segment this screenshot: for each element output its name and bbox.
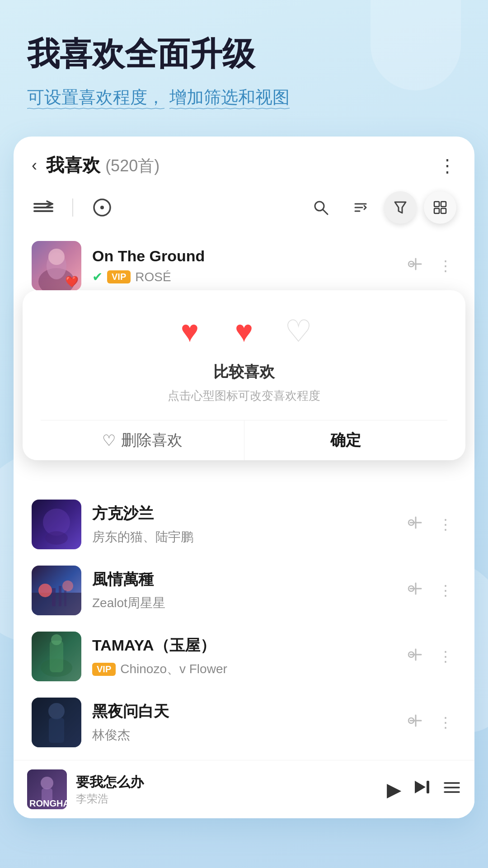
song-count: (520首) [105, 156, 160, 175]
song-artist: 林俊杰 [92, 726, 391, 744]
svg-point-39 [48, 703, 65, 719]
svg-point-28 [62, 580, 73, 591]
vip-badge: VIP [107, 270, 131, 283]
song-more-button[interactable]: ⋮ [435, 710, 456, 735]
heart-empty-3: ♡ [285, 313, 312, 349]
song-actions: ⋮ [402, 709, 456, 736]
song-actions: ⋮ [402, 643, 456, 670]
sort-button[interactable] [344, 191, 377, 224]
verified-icon: ✔ [92, 269, 103, 284]
svg-rect-11 [434, 202, 439, 207]
add-to-playlist-button[interactable] [402, 511, 426, 538]
svg-point-24 [45, 531, 68, 545]
toolbar-right [305, 191, 456, 224]
song-title: 風情萬種 [92, 569, 391, 590]
song-thumbnail [32, 566, 81, 615]
song-more-button[interactable]: ⋮ [435, 254, 456, 278]
svg-marker-10 [395, 202, 406, 213]
svg-rect-35 [50, 641, 63, 672]
subtitle-part1: 可设置喜欢程度， [27, 88, 164, 107]
filter-button[interactable] [384, 191, 417, 224]
song-title: 方克沙兰 [92, 503, 391, 524]
svg-point-4 [100, 206, 104, 209]
song-item[interactable]: 黑夜问白天 林俊杰 ⋮ [23, 689, 465, 755]
back-button[interactable]: ‹ [32, 156, 37, 175]
card-title-text: 我喜欢 [46, 155, 100, 175]
song-info: 風情萬種 Zealot周星星 [92, 569, 391, 612]
song-item[interactable]: ❤️ On The Ground ✔ VIP ROSÉ ⋮ [23, 233, 465, 299]
song-item[interactable]: 風情萬種 Zealot周星星 ⋮ [23, 557, 465, 623]
song-artist: Zealot周星星 [92, 594, 391, 612]
shuffle-button[interactable] [32, 196, 55, 219]
more-options-button[interactable]: ⋮ [438, 155, 456, 176]
svg-rect-29 [52, 588, 56, 606]
mini-list-button[interactable] [443, 778, 461, 801]
song-list: ❤️ On The Ground ✔ VIP ROSÉ ⋮ [14, 233, 474, 755]
delete-like-button[interactable]: ♡ 删除喜欢 [41, 420, 244, 460]
bg-decoration-top [371, 0, 461, 90]
toolbar-divider [72, 198, 73, 217]
svg-rect-47 [427, 781, 429, 793]
song-item[interactable]: 方克沙兰 房东的猫、陆宇鹏 ⋮ [23, 491, 465, 557]
heart-selector: ♥ ♥ ♡ [41, 313, 447, 349]
search-button[interactable] [305, 191, 337, 224]
svg-rect-14 [441, 208, 446, 213]
card-header-left: ‹ 我喜欢 (520首) [32, 153, 160, 178]
song-info: On The Ground ✔ VIP ROSÉ [92, 247, 391, 284]
card-header: ‹ 我喜欢 (520首) ⋮ [14, 137, 474, 187]
heart-level-2[interactable]: ♥ [226, 313, 262, 349]
song-thumbnail [32, 500, 81, 549]
song-more-button[interactable]: ⋮ [435, 512, 456, 537]
svg-marker-46 [415, 781, 426, 793]
song-artist: ✔ VIP ROSÉ [92, 269, 391, 284]
song-actions: ⋮ [402, 511, 456, 538]
popup-actions: ♡ 删除喜欢 确定 [41, 420, 447, 460]
heart-filled-2: ♥ [235, 313, 253, 349]
song-info: 方克沙兰 房东的猫、陆宇鹏 [92, 503, 391, 546]
add-to-playlist-button[interactable] [402, 577, 426, 604]
mini-play-button[interactable]: ▶ [387, 778, 401, 801]
song-title: TAMAYA（玉屋） [92, 635, 391, 656]
mini-player-title: 要我怎么办 [76, 773, 387, 792]
grid-view-button[interactable] [424, 191, 456, 224]
heart-level-3[interactable]: ♡ [280, 313, 316, 349]
song-info: 黑夜问白天 林俊杰 [92, 701, 391, 744]
song-more-button[interactable]: ⋮ [435, 578, 456, 603]
svg-rect-40 [49, 718, 64, 743]
svg-rect-30 [59, 586, 61, 606]
toolbar [14, 187, 474, 233]
svg-point-36 [51, 634, 62, 645]
heart-level-1[interactable]: ♥ [172, 313, 208, 349]
svg-rect-13 [434, 208, 439, 213]
add-to-playlist-button[interactable] [402, 643, 426, 670]
mini-player-controls: ▶ [387, 777, 461, 802]
confirm-button[interactable]: 确定 [244, 420, 448, 460]
history-button[interactable] [90, 196, 114, 219]
svg-rect-12 [441, 202, 446, 207]
song-artist: 房东的猫、陆宇鹏 [92, 528, 391, 546]
song-more-button[interactable]: ⋮ [435, 644, 456, 669]
main-card: ‹ 我喜欢 (520首) ⋮ [14, 137, 474, 818]
mini-player: RONGHAO 要我怎么办 李荣浩 ▶ [14, 760, 474, 818]
add-to-playlist-button[interactable] [402, 252, 426, 279]
song-item[interactable]: TAMAYA（玉屋） VIP Chinozo、v Flower ⋮ [23, 623, 465, 689]
artist-name: 房东的猫、陆宇鹏 [92, 528, 193, 546]
svg-point-43 [41, 777, 53, 789]
toolbar-left [32, 196, 305, 219]
mini-next-button[interactable] [412, 777, 432, 802]
page-subtitle: 可设置喜欢程度， 增加筛选和视图 [27, 85, 290, 109]
mini-player-thumbnail: RONGHAO [27, 769, 67, 809]
svg-rect-31 [64, 590, 66, 606]
svg-rect-26 [32, 593, 81, 615]
heart-badge: ❤️ [65, 275, 79, 288]
like-level-label: 比较喜欢 [41, 362, 447, 382]
mini-player-artist: 李荣浩 [76, 792, 387, 806]
artist-name: Zealot周星星 [92, 594, 165, 612]
song-actions: ⋮ [402, 577, 456, 604]
add-to-playlist-button[interactable] [402, 709, 426, 736]
song-title: 黑夜问白天 [92, 701, 391, 722]
popup-card: ♥ ♥ ♡ 比较喜欢 点击心型图标可改变喜欢程度 ♡ 删除喜欢 [23, 290, 465, 460]
delete-like-label: 删除喜欢 [121, 430, 183, 451]
like-level-popup: ♥ ♥ ♡ 比较喜欢 点击心型图标可改变喜欢程度 ♡ 删除喜欢 [14, 290, 474, 460]
artist-name: 林俊杰 [92, 726, 130, 744]
